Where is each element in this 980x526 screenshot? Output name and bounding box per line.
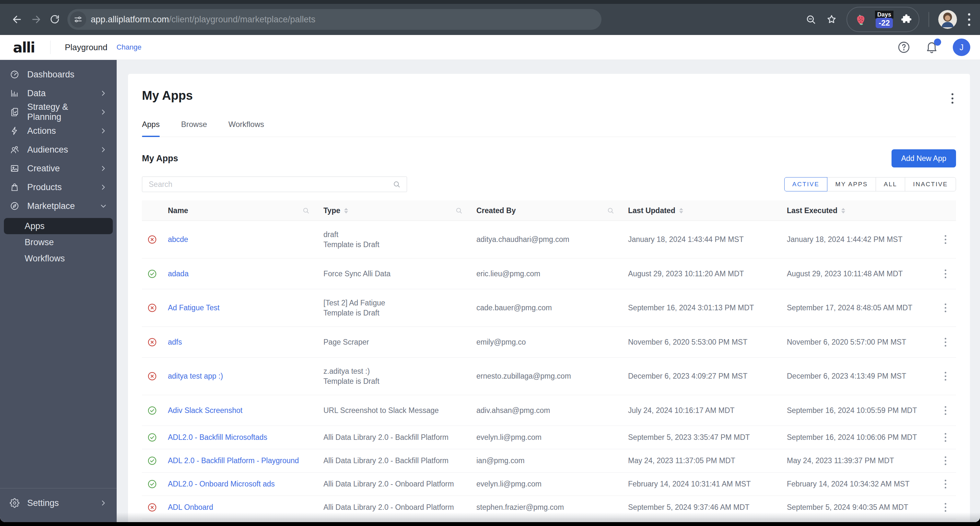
app-name-link[interactable]: adada — [168, 270, 189, 278]
table-header-row: NameTypeCreated ByLast UpdatedLast Execu… — [142, 200, 956, 221]
row-actions-menu-icon[interactable] — [942, 369, 949, 383]
user-avatar[interactable]: J — [953, 38, 970, 56]
add-new-app-button[interactable]: Add New App — [891, 149, 956, 167]
sidebar-subitem-label: Browse — [25, 237, 54, 248]
app-type-line: Page Scraper — [323, 337, 469, 347]
app-type-cell: URL Screenshot to Slack Message — [318, 402, 471, 419]
app-name-cell: adfs — [162, 334, 318, 350]
app-name-link[interactable]: Ad Fatigue Test — [168, 304, 220, 312]
sidebar-item-data[interactable]: Data — [0, 84, 117, 103]
strawberry-extension-icon[interactable] — [854, 12, 868, 27]
help-icon[interactable] — [897, 40, 911, 54]
created-by-cell: evelyn.li@pmg.com — [471, 476, 622, 492]
toolbar-right: Days -22 — [805, 7, 972, 32]
main-layout: DashboardsDataStrategy & PlanningActions… — [0, 60, 980, 522]
app-name-link[interactable]: ADL 2.0 - Backfill Platform - Playground — [168, 456, 299, 465]
tab-bar: AppsBrowseWorkflows — [142, 120, 956, 137]
days-extension-icon[interactable]: Days -22 — [875, 11, 894, 28]
sidebar-subitem-label: Workflows — [25, 254, 65, 264]
app-type-cell: Page Scraper — [318, 334, 471, 350]
filter-my-apps[interactable]: MY APPS — [827, 177, 876, 191]
last-updated-cell: February 14, 2024 10:31:41 AM MST — [622, 476, 781, 492]
row-actions-menu-icon[interactable] — [942, 477, 949, 491]
last-executed-cell: August 29, 2023 10:11:48 AM MDT — [781, 265, 935, 282]
chevron-right-icon — [99, 183, 108, 191]
sort-carets-icon[interactable] — [841, 208, 845, 213]
tab-workflows[interactable]: Workflows — [229, 120, 264, 137]
app-name-link[interactable]: abcde — [168, 235, 188, 243]
last-executed-cell: September 17, 2024 8:48:05 AM MDT — [781, 300, 935, 316]
browser-menu-icon[interactable] — [966, 11, 972, 28]
column-label: Name — [168, 206, 188, 215]
marketplace-submenu: AppsBrowseWorkflows — [0, 215, 117, 268]
row-actions-menu-icon[interactable] — [942, 232, 949, 246]
app-name-link[interactable]: Adiv Slack Screenshot — [168, 406, 242, 415]
sidebar-item-settings[interactable]: Settings — [0, 494, 117, 512]
sidebar-subitem-browse[interactable]: Browse — [4, 234, 113, 250]
table-row: aditya test app :)z.aditya test :)Templa… — [142, 358, 956, 395]
filter-inactive[interactable]: INACTIVE — [905, 177, 956, 191]
section-title: My Apps — [142, 154, 178, 164]
filter-active[interactable]: ACTIVE — [784, 177, 828, 191]
app-name-link[interactable]: ADL Onboard — [168, 503, 213, 512]
section-header: My Apps Add New App — [142, 149, 956, 167]
zoom-out-icon[interactable] — [805, 14, 817, 25]
sort-carets-icon[interactable] — [344, 208, 348, 213]
column-header-last-executed: Last Executed — [781, 200, 935, 221]
table-row: Adiv Slack ScreenshotURL Screenshot to S… — [142, 395, 956, 426]
sidebar-item-label: Audiences — [27, 145, 91, 155]
row-actions-menu-icon[interactable] — [942, 404, 949, 418]
app-name-cell: Ad Fatigue Test — [162, 300, 318, 316]
sort-carets-icon[interactable] — [679, 208, 683, 213]
card-menu-icon[interactable] — [949, 91, 956, 106]
extensions-pill: Days -22 — [846, 7, 920, 32]
app-name-link[interactable]: ADL2.0 - Backfill Microsoftads — [168, 433, 267, 442]
sidebar-item-audiences[interactable]: Audiences — [0, 140, 117, 159]
sidebar-item-strategy-planning[interactable]: Strategy & Planning — [0, 103, 117, 121]
status-success-icon — [142, 432, 162, 442]
sidebar-item-label: Actions — [27, 126, 91, 136]
chevron-right-icon — [99, 127, 108, 135]
change-workspace-link[interactable]: Change — [116, 43, 141, 51]
sidebar-subitem-workflows[interactable]: Workflows — [4, 250, 113, 267]
sidebar-subitem-apps[interactable]: Apps — [4, 218, 113, 234]
tab-apps[interactable]: Apps — [142, 120, 160, 137]
app-name-link[interactable]: ADL2.0 - Onboard Microsoft ads — [168, 480, 275, 488]
forward-icon[interactable] — [27, 10, 45, 29]
row-actions-menu-icon[interactable] — [942, 267, 949, 281]
status-error-icon — [142, 337, 162, 347]
column-search-icon[interactable] — [607, 207, 614, 215]
sidebar-item-dashboards[interactable]: Dashboards — [0, 65, 117, 84]
filter-all[interactable]: ALL — [876, 177, 905, 191]
sidebar-item-actions[interactable]: Actions — [0, 121, 117, 140]
sidebar-item-creative[interactable]: Creative — [0, 159, 117, 178]
search-input[interactable] — [149, 180, 393, 189]
column-search-icon[interactable] — [302, 207, 310, 215]
notifications-bell-icon[interactable] — [925, 40, 939, 54]
last-updated-cell: May 24, 2023 11:37:05 PM MDT — [622, 453, 781, 469]
back-icon[interactable] — [8, 10, 27, 29]
app-name-link[interactable]: aditya test app :) — [168, 372, 223, 380]
created-by-cell: emily@pmg.co — [471, 334, 622, 350]
row-actions-menu-icon[interactable] — [942, 454, 949, 468]
row-actions-menu-icon[interactable] — [942, 335, 949, 349]
app-name-link[interactable]: adfs — [168, 338, 182, 346]
row-actions-menu-icon[interactable] — [942, 431, 949, 444]
column-search-icon[interactable] — [455, 207, 463, 215]
sidebar-item-products[interactable]: Products — [0, 178, 117, 197]
table-row: Ad Fatigue Test[Test 2] Ad FatigueTempla… — [142, 289, 956, 327]
sidebar-item-marketplace[interactable]: Marketplace — [0, 197, 117, 215]
url-bar[interactable]: app.alliplatform.com/client/playground/m… — [67, 9, 601, 30]
reload-icon[interactable] — [45, 10, 64, 29]
bookmark-star-icon[interactable] — [826, 14, 837, 25]
tab-browse[interactable]: Browse — [181, 120, 207, 137]
row-actions-menu-icon[interactable] — [942, 301, 949, 315]
browser-profile-avatar[interactable] — [938, 10, 957, 29]
site-settings-icon[interactable] — [70, 11, 86, 27]
status-error-icon — [142, 235, 162, 245]
url-host: app.alliplatform.com — [91, 14, 169, 24]
days-badge-label: Days — [875, 11, 894, 19]
extensions-puzzle-icon[interactable] — [900, 14, 912, 25]
search-icon[interactable] — [393, 180, 401, 189]
app-name-cell: abcde — [162, 231, 318, 248]
